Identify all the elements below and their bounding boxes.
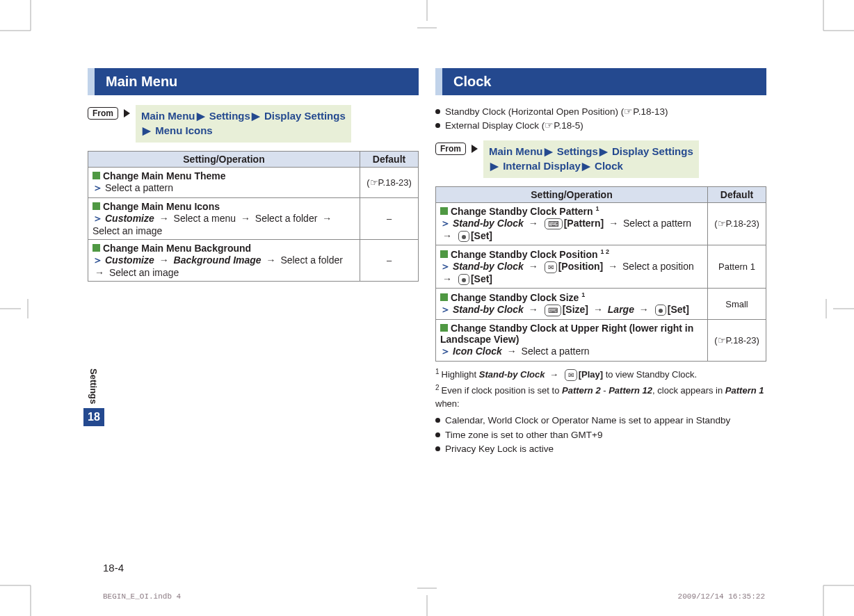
path-part: Main Menu	[489, 145, 543, 157]
side-tab-number: 18	[83, 408, 104, 426]
pre-bullet-list: Standby Clock (Horizontal Open Position)…	[435, 105, 766, 133]
footnote: 2Even if clock position is set to Patter…	[435, 383, 766, 411]
row-steps: Customize → Select a menu → Select a fol…	[92, 213, 334, 236]
table-row: Change Main Menu Theme ＞Select a pattern…	[88, 168, 419, 198]
list-item: External Display Clock (☞P.18-5)	[435, 119, 766, 133]
row-steps: Stand-by Clock → [Position] → Select a p…	[440, 261, 694, 284]
from-badge: From	[435, 143, 466, 155]
settings-table-left: Setting/Operation Default Change Main Me…	[88, 151, 419, 282]
list-item: Calendar, World Clock or Operator Name i…	[435, 414, 766, 428]
path-part: Settings	[557, 145, 598, 157]
chevron-right-icon: ▶	[582, 160, 590, 172]
footnote: 1Highlight Stand-by Clock → [Play] to vi…	[435, 367, 766, 382]
from-arrow-icon	[472, 145, 478, 153]
chevron-right-icon: ▶	[252, 110, 260, 122]
left-column: Main Menu From Main Menu▶ Settings▶ Disp…	[88, 68, 419, 555]
table-row: Change Standby Clock Position 1 2 ＞Stand…	[436, 245, 766, 289]
path-part: Display Settings	[612, 145, 693, 157]
path-part: Display Settings	[264, 110, 346, 122]
chevron-icon: ＞	[440, 303, 451, 315]
breadcrumb-right: Main Menu▶ Settings▶ Display Settings ▶ …	[483, 140, 699, 178]
path-part: Main Menu	[141, 110, 195, 122]
chevron-icon: ＞	[440, 260, 451, 272]
row-title: Change Main Menu Theme	[103, 170, 226, 181]
row-title: Change Standby Clock Size 1	[451, 292, 585, 303]
table-row: Change Standby Clock Pattern 1 ＞Stand-by…	[436, 202, 766, 245]
square-bullet-icon	[440, 324, 448, 332]
from-row-left: From Main Menu▶ Settings▶ Display Settin…	[88, 105, 419, 143]
section-title-main-menu: Main Menu	[88, 68, 419, 95]
path-part: Internal Display	[503, 160, 581, 172]
breadcrumb-left: Main Menu▶ Settings▶ Display Settings ▶ …	[136, 105, 351, 143]
settings-table-right: Setting/Operation Default Change Standby…	[435, 186, 766, 362]
chevron-right-icon: ▶	[490, 160, 499, 172]
col-header-default: Default	[708, 186, 766, 202]
row-steps: Customize → Background Image → Select a …	[92, 254, 343, 278]
chevron-right-icon: ▶	[599, 145, 608, 157]
chevron-right-icon: ▶	[143, 124, 151, 136]
table-row: Change Main Menu Icons ＞Customize → Sele…	[88, 198, 419, 240]
row-title: Change Main Menu Icons	[103, 201, 220, 212]
row-steps: Icon Clock → Select a pattern	[453, 346, 590, 357]
section-title-clock: Clock	[435, 68, 766, 95]
path-part: Settings	[209, 110, 250, 122]
row-default: Small	[708, 289, 766, 320]
footer-left: BEGIN_E_OI.indb 4	[103, 592, 181, 601]
table-row: Change Standby Clock at Upper Right (low…	[436, 320, 766, 362]
square-bullet-icon	[92, 172, 100, 179]
row-steps: Select a pattern	[105, 182, 173, 193]
table-row: Change Standby Clock Size 1 ＞Stand-by Cl…	[436, 289, 766, 320]
square-bullet-icon	[440, 293, 448, 301]
page-number: 18-4	[103, 562, 124, 574]
chevron-icon: ＞	[440, 217, 451, 229]
col-header-default: Default	[360, 152, 419, 168]
chevron-right-icon: ▶	[197, 110, 205, 122]
chevron-icon: ＞	[92, 212, 103, 224]
col-header-setting: Setting/Operation	[88, 152, 360, 168]
post-bullet-list: Calendar, World Clock or Operator Name i…	[435, 414, 766, 456]
row-title: Change Main Menu Background	[103, 243, 251, 254]
col-header-setting: Setting/Operation	[436, 186, 708, 202]
list-item: Time zone is set to other than GMT+9	[435, 428, 766, 442]
square-bullet-icon	[92, 202, 100, 210]
from-row-right: From Main Menu▶ Settings▶ Display Settin…	[435, 140, 766, 178]
chevron-icon: ＞	[440, 345, 451, 357]
row-default: (☞P.18-23)	[360, 168, 419, 198]
row-default: (☞P.18-23)	[708, 320, 766, 362]
row-title: Change Standby Clock Position 1 2	[451, 249, 609, 260]
footer-right: 2009/12/14 16:35:22	[678, 592, 765, 601]
path-part: Clock	[595, 160, 623, 172]
from-arrow-icon	[124, 109, 130, 117]
square-bullet-icon	[440, 207, 448, 215]
row-title: Change Standby Clock at Upper Right (low…	[440, 323, 693, 345]
chevron-icon: ＞	[92, 254, 103, 266]
row-steps: Stand-by Clock → [Size] → Large → [Set]	[453, 304, 689, 315]
row-default: (☞P.18-23)	[708, 202, 766, 245]
row-default: –	[360, 240, 419, 282]
row-title: Change Standby Clock Pattern 1	[451, 206, 599, 217]
square-bullet-icon	[92, 244, 100, 252]
path-part: Menu Icons	[155, 124, 213, 136]
square-bullet-icon	[440, 250, 448, 258]
chevron-right-icon: ▶	[545, 145, 553, 157]
row-steps: Stand-by Clock → ⌨[Pattern] → Select a p…	[440, 218, 691, 241]
row-default: –	[360, 198, 419, 240]
list-item: Standby Clock (Horizontal Open Position)…	[435, 105, 766, 119]
from-badge: From	[88, 107, 118, 120]
side-tab: Settings 18	[83, 368, 104, 426]
table-row: Change Main Menu Background ＞Customize →…	[88, 240, 419, 282]
right-column: Clock Standby Clock (Horizontal Open Pos…	[435, 68, 766, 555]
list-item: Privacy Key Lock is active	[435, 442, 766, 456]
side-tab-label: Settings	[88, 368, 99, 404]
row-default: Pattern 1	[708, 245, 766, 289]
chevron-icon: ＞	[92, 181, 103, 193]
